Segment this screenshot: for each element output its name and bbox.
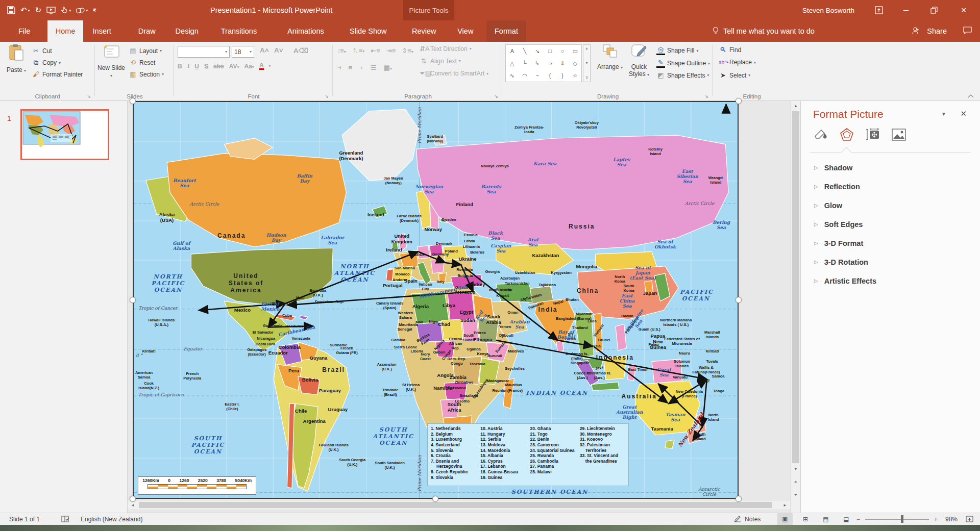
expand-triangle-icon[interactable]: ▷ — [814, 165, 818, 170]
text-direction-button[interactable]: ⇵AText Direction▾ — [420, 45, 472, 53]
columns-button[interactable]: ▦▾ — [384, 64, 392, 71]
paste-dropdown-icon[interactable]: ▾ — [24, 68, 26, 73]
gallery-up-icon[interactable]: ▲ — [585, 46, 589, 50]
pane-section-row[interactable]: ▷ Shadow — [801, 158, 980, 177]
scroll-down-icon[interactable]: ▼ — [791, 464, 801, 473]
notes-button[interactable]: Notes — [734, 513, 761, 525]
tab-file[interactable]: File — [10, 20, 38, 42]
paste-button[interactable]: Paste ▾ — [3, 44, 30, 74]
shape-gallery-item-15[interactable]: { — [549, 72, 551, 79]
spell-check-icon[interactable] — [61, 513, 70, 525]
start-from-beginning-icon[interactable] — [46, 7, 56, 14]
shape-gallery-item-10[interactable]: ⇓ — [560, 60, 565, 67]
tab-home[interactable]: Home — [47, 20, 84, 42]
customize-qat-icon[interactable]: ₹̶ — [93, 8, 96, 13]
pane-section-row[interactable]: ▷ 3-D Rotation — [801, 252, 980, 271]
cut-button[interactable]: ✂Cut — [32, 47, 52, 55]
shapes-icon[interactable]: ▾ — [76, 7, 88, 14]
tab-view[interactable]: View — [449, 20, 481, 42]
replace-button[interactable]: ab↷Replace▾ — [719, 59, 756, 66]
increase-indent-button[interactable]: ⇥≡ — [386, 47, 396, 55]
italic-button[interactable]: I — [187, 62, 190, 70]
change-case-button[interactable]: Aa▾ — [244, 63, 254, 70]
selection-handle-bottom-left[interactable] — [130, 496, 136, 502]
quick-styles-button[interactable]: Quick Styles ▾ — [625, 44, 653, 78]
expand-triangle-icon[interactable]: ▷ — [814, 184, 818, 189]
shape-gallery-item-9[interactable]: ⇒ — [548, 60, 552, 67]
selection-handle-right[interactable] — [736, 297, 742, 303]
decrease-indent-button[interactable]: ⇤≡ — [371, 47, 380, 55]
gallery-down-icon[interactable]: ▼ — [585, 61, 589, 65]
tab-animations[interactable]: Animations — [279, 20, 332, 42]
shape-effects-button[interactable]: ◩Shape Effects▾ — [656, 71, 709, 79]
paragraph-dialog-launcher-icon[interactable]: ↘ — [494, 94, 498, 99]
tab-slide-show[interactable]: Slide Show — [341, 20, 395, 42]
shape-gallery-item-7[interactable]: └ — [523, 60, 527, 66]
font-dialog-launcher-icon[interactable]: ↘ — [325, 94, 329, 99]
strikethrough-button[interactable]: abc — [213, 63, 224, 70]
text-shadow-button[interactable]: S — [204, 63, 208, 70]
next-slide-icon[interactable]: ⏷ — [791, 491, 801, 500]
redo-icon[interactable]: ↻ — [35, 6, 42, 15]
expand-triangle-icon[interactable]: ▷ — [814, 259, 818, 265]
shape-gallery-item-1[interactable]: ╲ — [523, 48, 527, 55]
character-spacing-button[interactable]: AV▾ — [229, 63, 239, 70]
slide-editor-area[interactable]: Beaufort SeaBaffin BayGreenland (Denmark… — [128, 101, 790, 513]
convert-smartart-button[interactable]: ⏷▤Convert to SmartArt▾ — [420, 69, 488, 78]
zoom-in-button[interactable]: + — [934, 513, 938, 525]
shape-gallery-item-4[interactable]: ○ — [561, 48, 565, 54]
reset-button[interactable]: ⟲Reset — [129, 59, 155, 66]
expand-triangle-icon[interactable]: ▷ — [814, 278, 818, 284]
shape-outline-button[interactable]: ✎Shape Outline▾ — [656, 59, 710, 68]
shape-fill-button[interactable]: 🪣︎Shape Fill▾ — [656, 46, 698, 55]
shape-gallery-item-16[interactable]: } — [561, 72, 564, 79]
shape-gallery-item-13[interactable]: ◠ — [522, 72, 527, 79]
shape-gallery-item-2[interactable]: ↘ — [535, 48, 540, 55]
arrange-button[interactable]: Arrange ▾ — [596, 44, 624, 71]
gallery-more-icon[interactable]: ⊽ — [585, 76, 588, 80]
selection-handle-left[interactable] — [130, 297, 136, 303]
tab-review[interactable]: Review — [404, 20, 445, 42]
tell-me-box[interactable]: Tell me what you want to do — [712, 20, 815, 42]
tab-transitions[interactable]: Transitions — [213, 20, 265, 42]
selection-handle-top-right[interactable] — [736, 98, 742, 104]
shape-gallery-item-11[interactable]: ◇ — [573, 60, 577, 67]
selection-handle-bottom-right[interactable] — [736, 496, 742, 502]
touch-mode-dropdown-icon[interactable]: ▾ — [69, 8, 71, 13]
numbering-button[interactable]: ⒈≡▾ — [352, 46, 365, 55]
normal-view-button[interactable]: ▣ — [777, 513, 793, 525]
section-button[interactable]: ▥Section▾ — [129, 70, 164, 78]
slide-thumbnail-panel[interactable]: 1 — [0, 101, 128, 513]
picture-tab-icon[interactable] — [892, 129, 906, 143]
new-slide-dropdown-icon[interactable]: ▾ — [110, 73, 112, 78]
tab-design[interactable]: Design — [167, 20, 207, 42]
drawing-dialog-launcher-icon[interactable]: ↘ — [704, 94, 708, 99]
pane-section-row[interactable]: ▷ Glow — [801, 196, 980, 215]
tab-format[interactable]: Format — [486, 20, 526, 42]
scroll-right-icon[interactable]: ► — [780, 501, 790, 509]
shape-gallery-item-3[interactable]: □ — [548, 48, 552, 54]
select-button[interactable]: ➤Select▾ — [719, 71, 750, 79]
shapes-dropdown-icon[interactable]: ▾ — [86, 8, 88, 13]
copy-button[interactable]: ⧉Copy▾ — [32, 59, 61, 67]
slideshow-view-button[interactable]: ⬓ — [839, 513, 854, 525]
slide-sorter-view-button[interactable]: ⊞ — [798, 513, 813, 525]
vertical-scrollbar[interactable]: ▲ ▼ ⏶ ⏷ — [790, 101, 800, 513]
shape-gallery-item-5[interactable]: ▭ — [572, 48, 577, 55]
restore-button[interactable] — [923, 0, 945, 20]
close-button[interactable]: ✕ — [952, 0, 975, 20]
size-properties-tab-icon[interactable] — [865, 128, 880, 143]
bold-button[interactable]: B — [178, 63, 182, 70]
ribbon-display-options-icon[interactable] — [868, 0, 890, 20]
shape-gallery-item-8[interactable]: ↳ — [535, 60, 540, 67]
format-painter-button[interactable]: 🖌︎Format Painter — [32, 70, 83, 78]
comments-icon[interactable] — [963, 27, 972, 36]
reading-view-button[interactable]: ▤ — [818, 513, 834, 525]
line-spacing-button[interactable]: ⇕≡▾ — [402, 47, 413, 55]
copy-dropdown-icon[interactable]: ▾ — [59, 61, 61, 65]
horizontal-scrollbar[interactable]: ◄ ► — [128, 501, 790, 509]
undo-dropdown-icon[interactable]: ▾ — [28, 8, 30, 13]
fill-line-tab-icon[interactable] — [813, 128, 828, 143]
shape-gallery-item-6[interactable]: △ — [510, 60, 514, 67]
undo-icon[interactable]: ↶▾ — [20, 6, 30, 15]
